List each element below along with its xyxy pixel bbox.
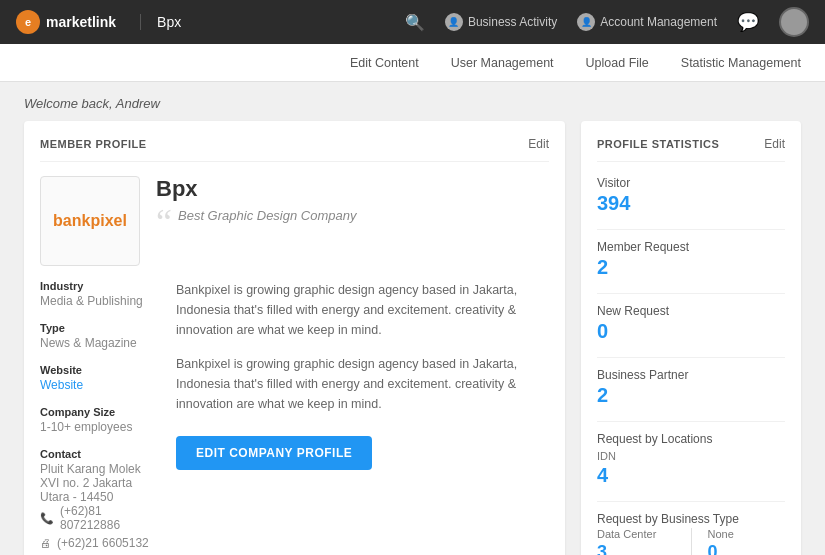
stats-card-header: PROFILE STATISTICS Edit [597, 137, 785, 162]
industry-value: Media & Publishing [40, 294, 160, 308]
request-business-type-label: Request by Business Type [597, 512, 785, 526]
contact-phone1: (+62)81 807212886 [60, 504, 160, 532]
account-management-nav[interactable]: 👤 Account Management [577, 13, 717, 31]
sub-nav-upload-file[interactable]: Upload File [586, 46, 649, 80]
new-request-stat: New Request 0 [597, 304, 785, 343]
top-navigation: e marketlink Bpx 🔍 👤 Business Activity 👤… [0, 0, 825, 44]
avatar[interactable] [779, 7, 809, 37]
contact-detail: Contact Pluit Karang Molek XVI no. 2 Jak… [40, 448, 160, 555]
stats-section-title: PROFILE STATISTICS [597, 138, 719, 150]
request-locations-label: Request by Locations [597, 432, 785, 446]
contact-phone2-row: 🖨 (+62)21 6605132 [40, 536, 160, 550]
contact-label: Contact [40, 448, 160, 460]
profile-statistics-card: PROFILE STATISTICS Edit Visitor 394 Memb… [581, 121, 801, 555]
website-link[interactable]: Website [40, 378, 160, 392]
logo-icon: e [16, 10, 40, 34]
visitor-stat: Visitor 394 [597, 176, 785, 215]
profile-section-title: MEMBER PROFILE [40, 138, 147, 150]
company-name: Bpx [156, 176, 549, 202]
right-sidebar: PROFILE STATISTICS Edit Visitor 394 Memb… [581, 121, 801, 555]
vertical-divider [691, 528, 692, 555]
new-request-label: New Request [597, 304, 785, 318]
type-detail: Type News & Magazine [40, 322, 160, 350]
company-logo-box: bankpixel [40, 176, 140, 266]
search-icon[interactable]: 🔍 [405, 13, 425, 32]
business-type-row: Data Center 3 None 0 [597, 528, 785, 555]
type-label: Type [40, 322, 160, 334]
website-detail: Website Website [40, 364, 160, 392]
quote-section: “ Best Graphic Design Company [156, 208, 549, 237]
profile-card-header: MEMBER PROFILE Edit [40, 137, 549, 162]
request-locations-stat: Request by Locations IDN 4 [597, 432, 785, 487]
profile-right-header: Bpx “ Best Graphic Design Company [156, 176, 549, 266]
contact-phone1-row: 📞 (+62)81 807212886 [40, 504, 160, 532]
visitor-value: 394 [597, 192, 785, 215]
sub-navigation: Edit Content User Management Upload File… [0, 44, 825, 82]
nav-actions: 👤 Business Activity 👤 Account Management… [445, 7, 809, 37]
visitor-label: Visitor [597, 176, 785, 190]
stat-divider-3 [597, 357, 785, 358]
company-size-label: Company Size [40, 406, 160, 418]
industry-label: Industry [40, 280, 160, 292]
type-value: News & Magazine [40, 336, 160, 350]
chat-icon[interactable]: 💬 [737, 11, 759, 33]
business-type-2-label: None [708, 528, 786, 540]
stats-edit-link[interactable]: Edit [764, 137, 785, 151]
stat-divider-2 [597, 293, 785, 294]
brand-name: marketlink [46, 14, 116, 30]
location-value: 4 [597, 464, 785, 487]
main-content: MEMBER PROFILE Edit bankpixel Bpx “ Best… [0, 121, 825, 555]
business-type-1-value: 3 [597, 542, 675, 555]
fax-icon: 🖨 [40, 537, 51, 549]
business-partner-label: Business Partner [597, 368, 785, 382]
location-code: IDN [597, 450, 785, 462]
business-activity-icon: 👤 [445, 13, 463, 31]
contact-address: Pluit Karang Molek XVI no. 2 Jakarta Uta… [40, 462, 160, 504]
sub-nav-statistic-management[interactable]: Statistic Management [681, 46, 801, 80]
member-profile-card: MEMBER PROFILE Edit bankpixel Bpx “ Best… [24, 121, 565, 555]
edit-company-profile-button[interactable]: EDIT COMPANY PROFILE [176, 436, 372, 470]
member-request-label: Member Request [597, 240, 785, 254]
account-management-icon: 👤 [577, 13, 595, 31]
member-request-stat: Member Request 2 [597, 240, 785, 279]
member-request-value: 2 [597, 256, 785, 279]
account-management-label: Account Management [600, 15, 717, 29]
quote-mark: “ [156, 208, 172, 237]
sub-nav-edit-content[interactable]: Edit Content [350, 46, 419, 80]
stat-divider-1 [597, 229, 785, 230]
industry-detail: Industry Media & Publishing [40, 280, 160, 308]
sub-nav-user-management[interactable]: User Management [451, 46, 554, 80]
business-type-2-value: 0 [708, 542, 786, 555]
new-request-value: 0 [597, 320, 785, 343]
brand-logo[interactable]: e marketlink [16, 10, 116, 34]
phone-icon-1: 📞 [40, 512, 54, 525]
business-type-2: None 0 [708, 528, 786, 555]
welcome-text: Welcome back, Andrew [24, 96, 160, 111]
company-tagline: Best Graphic Design Company [178, 208, 356, 223]
profile-top-section: bankpixel Bpx “ Best Graphic Design Comp… [40, 176, 549, 266]
business-type-1: Data Center 3 [597, 528, 675, 555]
stat-divider-5 [597, 501, 785, 502]
website-label: Website [40, 364, 160, 376]
description-paragraph-2: Bankpixel is growing graphic design agen… [176, 354, 549, 414]
business-activity-label: Business Activity [468, 15, 557, 29]
business-partner-stat: Business Partner 2 [597, 368, 785, 407]
contact-phone2: (+62)21 6605132 [57, 536, 149, 550]
welcome-bar: Welcome back, Andrew [0, 82, 825, 121]
profile-body: Industry Media & Publishing Type News & … [40, 280, 549, 555]
business-partner-value: 2 [597, 384, 785, 407]
profile-edit-link[interactable]: Edit [528, 137, 549, 151]
business-activity-nav[interactable]: 👤 Business Activity [445, 13, 557, 31]
company-logo-text: bankpixel [53, 212, 127, 230]
profile-details: Industry Media & Publishing Type News & … [40, 280, 160, 555]
stat-divider-4 [597, 421, 785, 422]
page-title: Bpx [140, 14, 405, 30]
description-paragraph-1: Bankpixel is growing graphic design agen… [176, 280, 549, 340]
profile-description: Bankpixel is growing graphic design agen… [176, 280, 549, 555]
business-type-1-label: Data Center [597, 528, 675, 540]
request-business-type-stat: Request by Business Type Data Center 3 N… [597, 512, 785, 555]
company-size-value: 1-10+ employees [40, 420, 160, 434]
company-size-detail: Company Size 1-10+ employees [40, 406, 160, 434]
